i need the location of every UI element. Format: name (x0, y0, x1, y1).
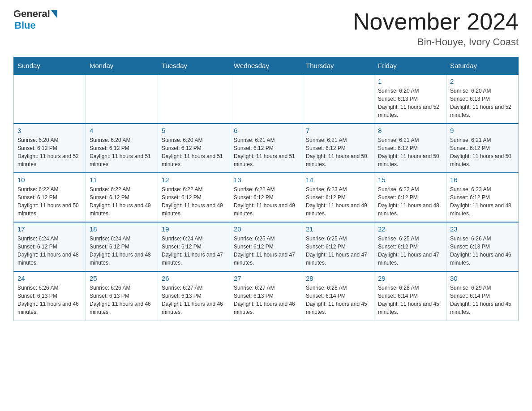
calendar-week-row: 1Sunrise: 6:20 AMSunset: 6:13 PMDaylight… (14, 74, 519, 124)
page-header: General Blue November 2024 Bin-Houye, Iv… (13, 9, 519, 48)
table-row: 7Sunrise: 6:21 AMSunset: 6:12 PMDaylight… (302, 124, 374, 173)
table-row: 9Sunrise: 6:21 AMSunset: 6:12 PMDaylight… (446, 124, 519, 173)
day-info: Sunrise: 6:22 AMSunset: 6:12 PMDaylight:… (90, 185, 154, 218)
table-row: 30Sunrise: 6:29 AMSunset: 6:14 PMDayligh… (446, 271, 519, 321)
day-number: 17 (17, 225, 82, 233)
day-number: 19 (162, 225, 226, 233)
day-info: Sunrise: 6:20 AMSunset: 6:12 PMDaylight:… (17, 136, 82, 168)
day-info: Sunrise: 6:23 AMSunset: 6:12 PMDaylight:… (450, 185, 515, 218)
day-info: Sunrise: 6:29 AMSunset: 6:14 PMDaylight:… (450, 284, 515, 316)
location-subtitle: Bin-Houye, Ivory Coast (353, 36, 519, 48)
table-row: 25Sunrise: 6:26 AMSunset: 6:13 PMDayligh… (86, 271, 158, 321)
day-info: Sunrise: 6:25 AMSunset: 6:12 PMDaylight:… (306, 235, 370, 267)
day-number: 3 (17, 127, 82, 134)
table-row: 11Sunrise: 6:22 AMSunset: 6:12 PMDayligh… (86, 173, 158, 222)
day-info: Sunrise: 6:22 AMSunset: 6:12 PMDaylight:… (234, 185, 298, 218)
day-number: 27 (234, 274, 298, 282)
table-row: 26Sunrise: 6:27 AMSunset: 6:13 PMDayligh… (158, 271, 230, 321)
day-number: 16 (450, 176, 515, 184)
table-row: 24Sunrise: 6:26 AMSunset: 6:13 PMDayligh… (14, 271, 86, 321)
table-row: 22Sunrise: 6:25 AMSunset: 6:12 PMDayligh… (374, 222, 446, 271)
table-row (86, 74, 158, 124)
day-info: Sunrise: 6:24 AMSunset: 6:12 PMDaylight:… (17, 235, 82, 267)
day-info: Sunrise: 6:22 AMSunset: 6:12 PMDaylight:… (17, 185, 82, 218)
table-row: 12Sunrise: 6:22 AMSunset: 6:12 PMDayligh… (158, 173, 230, 222)
day-info: Sunrise: 6:28 AMSunset: 6:14 PMDaylight:… (306, 284, 370, 316)
weekday-header-row: Sunday Monday Tuesday Wednesday Thursday… (14, 57, 519, 75)
day-info: Sunrise: 6:25 AMSunset: 6:12 PMDaylight:… (234, 235, 298, 267)
table-row (14, 74, 86, 124)
table-row: 19Sunrise: 6:24 AMSunset: 6:12 PMDayligh… (158, 222, 230, 271)
day-number: 8 (378, 127, 442, 134)
day-number: 26 (162, 274, 226, 282)
day-number: 28 (306, 274, 370, 282)
table-row (302, 74, 374, 124)
header-thursday: Thursday (302, 57, 374, 75)
day-info: Sunrise: 6:25 AMSunset: 6:12 PMDaylight:… (378, 235, 442, 267)
table-row: 16Sunrise: 6:23 AMSunset: 6:12 PMDayligh… (446, 173, 519, 222)
calendar-week-row: 24Sunrise: 6:26 AMSunset: 6:13 PMDayligh… (14, 271, 519, 321)
table-row: 15Sunrise: 6:23 AMSunset: 6:12 PMDayligh… (374, 173, 446, 222)
day-number: 12 (162, 176, 226, 184)
table-row: 18Sunrise: 6:24 AMSunset: 6:12 PMDayligh… (86, 222, 158, 271)
day-number: 25 (90, 274, 154, 282)
header-sunday: Sunday (14, 57, 86, 75)
day-info: Sunrise: 6:20 AMSunset: 6:13 PMDaylight:… (450, 87, 515, 119)
header-friday: Friday (374, 57, 446, 75)
table-row: 23Sunrise: 6:26 AMSunset: 6:13 PMDayligh… (446, 222, 519, 271)
logo-general-text: General (13, 9, 50, 19)
day-info: Sunrise: 6:21 AMSunset: 6:12 PMDaylight:… (450, 136, 515, 168)
table-row: 27Sunrise: 6:27 AMSunset: 6:13 PMDayligh… (230, 271, 302, 321)
day-number: 21 (306, 225, 370, 233)
day-info: Sunrise: 6:21 AMSunset: 6:12 PMDaylight:… (306, 136, 370, 168)
day-info: Sunrise: 6:23 AMSunset: 6:12 PMDaylight:… (306, 185, 370, 218)
header-tuesday: Tuesday (158, 57, 230, 75)
day-info: Sunrise: 6:28 AMSunset: 6:14 PMDaylight:… (378, 284, 442, 316)
day-number: 15 (378, 176, 442, 184)
day-info: Sunrise: 6:20 AMSunset: 6:12 PMDaylight:… (90, 136, 154, 168)
day-info: Sunrise: 6:20 AMSunset: 6:13 PMDaylight:… (378, 87, 442, 119)
table-row: 1Sunrise: 6:20 AMSunset: 6:13 PMDaylight… (374, 74, 446, 124)
day-info: Sunrise: 6:27 AMSunset: 6:13 PMDaylight:… (234, 284, 298, 316)
day-info: Sunrise: 6:22 AMSunset: 6:12 PMDaylight:… (162, 185, 226, 218)
table-row: 28Sunrise: 6:28 AMSunset: 6:14 PMDayligh… (302, 271, 374, 321)
day-info: Sunrise: 6:24 AMSunset: 6:12 PMDaylight:… (90, 235, 154, 267)
day-number: 2 (450, 77, 515, 85)
day-number: 5 (162, 127, 226, 134)
table-row: 13Sunrise: 6:22 AMSunset: 6:12 PMDayligh… (230, 173, 302, 222)
day-info: Sunrise: 6:21 AMSunset: 6:12 PMDaylight:… (378, 136, 442, 168)
day-number: 24 (17, 274, 82, 282)
calendar-table: Sunday Monday Tuesday Wednesday Thursday… (13, 57, 519, 321)
day-number: 14 (306, 176, 370, 184)
table-row: 5Sunrise: 6:20 AMSunset: 6:12 PMDaylight… (158, 124, 230, 173)
day-number: 9 (450, 127, 515, 134)
day-info: Sunrise: 6:23 AMSunset: 6:12 PMDaylight:… (378, 185, 442, 218)
table-row: 14Sunrise: 6:23 AMSunset: 6:12 PMDayligh… (302, 173, 374, 222)
table-row: 17Sunrise: 6:24 AMSunset: 6:12 PMDayligh… (14, 222, 86, 271)
header-monday: Monday (86, 57, 158, 75)
day-number: 13 (234, 176, 298, 184)
calendar-week-row: 17Sunrise: 6:24 AMSunset: 6:12 PMDayligh… (14, 222, 519, 271)
header-saturday: Saturday (446, 57, 519, 75)
month-year-title: November 2024 (353, 9, 519, 34)
day-number: 30 (450, 274, 515, 282)
day-info: Sunrise: 6:26 AMSunset: 6:13 PMDaylight:… (450, 235, 515, 267)
calendar-week-row: 3Sunrise: 6:20 AMSunset: 6:12 PMDaylight… (14, 124, 519, 173)
table-row: 8Sunrise: 6:21 AMSunset: 6:12 PMDaylight… (374, 124, 446, 173)
logo-arrow-icon (51, 10, 57, 18)
day-number: 11 (90, 176, 154, 184)
logo: General Blue (13, 9, 57, 31)
table-row: 4Sunrise: 6:20 AMSunset: 6:12 PMDaylight… (86, 124, 158, 173)
day-info: Sunrise: 6:24 AMSunset: 6:12 PMDaylight:… (162, 235, 226, 267)
title-area: November 2024 Bin-Houye, Ivory Coast (353, 9, 519, 48)
day-number: 22 (378, 225, 442, 233)
day-number: 4 (90, 127, 154, 134)
calendar-week-row: 10Sunrise: 6:22 AMSunset: 6:12 PMDayligh… (14, 173, 519, 222)
table-row: 6Sunrise: 6:21 AMSunset: 6:12 PMDaylight… (230, 124, 302, 173)
day-number: 6 (234, 127, 298, 134)
day-number: 29 (378, 274, 442, 282)
day-number: 10 (17, 176, 82, 184)
day-info: Sunrise: 6:26 AMSunset: 6:13 PMDaylight:… (90, 284, 154, 316)
table-row: 29Sunrise: 6:28 AMSunset: 6:14 PMDayligh… (374, 271, 446, 321)
day-info: Sunrise: 6:27 AMSunset: 6:13 PMDaylight:… (162, 284, 226, 316)
